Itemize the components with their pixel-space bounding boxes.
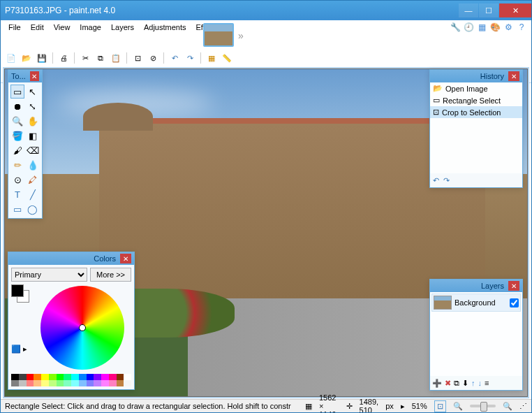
- add-layer-icon[interactable]: ➕: [432, 379, 442, 388]
- palette-swatch[interactable]: [64, 374, 71, 380]
- cut-button[interactable]: ✂: [79, 52, 91, 64]
- palette-swatch[interactable]: [49, 380, 57, 386]
- move-down-icon[interactable]: ↓: [478, 379, 482, 387]
- palette-swatch[interactable]: [109, 380, 117, 386]
- colors-panel-icon[interactable]: 🎨: [489, 22, 501, 33]
- undo-button[interactable]: ↶: [168, 52, 181, 64]
- palette-swatch[interactable]: [87, 380, 94, 386]
- menu-image[interactable]: Image: [75, 22, 106, 33]
- palette-swatch[interactable]: [19, 380, 27, 386]
- palette-swatch[interactable]: [57, 380, 64, 386]
- history-close-button[interactable]: ✕: [508, 71, 519, 81]
- primary-secondary-swatch[interactable]: [11, 284, 29, 303]
- picker-tool[interactable]: 💧: [26, 158, 40, 172]
- copy-button[interactable]: ⧉: [94, 52, 107, 64]
- lasso-tool[interactable]: ⏺: [10, 99, 24, 113]
- palette-swatch[interactable]: [19, 374, 27, 380]
- bucket-tool[interactable]: 🪣: [10, 129, 24, 143]
- menu-edit[interactable]: Edit: [26, 22, 49, 33]
- palette-swatch[interactable]: [94, 374, 101, 380]
- palette-swatch[interactable]: [71, 374, 79, 380]
- primary-color[interactable]: [11, 284, 24, 297]
- layer-properties-icon[interactable]: ≡: [485, 379, 489, 387]
- tools-close-button[interactable]: ✕: [30, 71, 39, 81]
- add-color-icon[interactable]: 🟦: [11, 345, 21, 354]
- gradient-tool[interactable]: ◧: [26, 129, 40, 143]
- deselect-button[interactable]: ⊘: [147, 52, 159, 64]
- merge-layer-icon[interactable]: ⬇: [462, 379, 468, 388]
- move-up-icon[interactable]: ↑: [471, 379, 475, 387]
- palette-swatch[interactable]: [87, 374, 94, 380]
- pencil-tool[interactable]: ✏: [10, 158, 24, 172]
- document-thumb[interactable]: [203, 23, 234, 47]
- clone-tool[interactable]: ⊙: [10, 173, 24, 187]
- palette-swatch[interactable]: [64, 380, 71, 386]
- text-tool[interactable]: T: [10, 187, 24, 201]
- colors-panel-title[interactable]: Colors ✕: [8, 252, 134, 265]
- eraser-tool[interactable]: ⌫: [26, 143, 40, 157]
- open-button[interactable]: 📂: [20, 52, 33, 64]
- palette-swatch[interactable]: [34, 374, 41, 380]
- redo-button[interactable]: ↷: [184, 52, 196, 64]
- color-wheel[interactable]: [40, 286, 124, 370]
- layer-item[interactable]: Background: [431, 294, 521, 312]
- palette-swatch[interactable]: [124, 380, 131, 386]
- close-button[interactable]: ✕: [499, 3, 531, 17]
- palette-swatch[interactable]: [101, 374, 109, 380]
- palette-swatch[interactable]: [41, 374, 49, 380]
- palette-swatch[interactable]: [57, 374, 64, 380]
- layers-panel-icon[interactable]: ▦: [476, 22, 487, 33]
- brush-tool[interactable]: 🖌: [10, 143, 24, 157]
- palette-swatch[interactable]: [101, 380, 109, 386]
- palette-swatch[interactable]: [11, 374, 19, 380]
- pan-tool[interactable]: ✋: [26, 114, 40, 128]
- maximize-button[interactable]: ☐: [479, 3, 498, 17]
- thumb-overflow-icon[interactable]: »: [238, 30, 248, 40]
- zoom-in-icon[interactable]: 🔍: [503, 402, 512, 411]
- shapes-tool[interactable]: ◯: [26, 202, 40, 216]
- line-tool[interactable]: ╱: [26, 187, 40, 201]
- history-item[interactable]: ▭Rectangle Select: [430, 94, 522, 106]
- palette-swatch[interactable]: [124, 374, 131, 380]
- palette-swatch[interactable]: [79, 380, 87, 386]
- redo-icon[interactable]: ↷: [443, 176, 450, 185]
- menu-adjustments[interactable]: Adjustments: [139, 22, 191, 33]
- ruler-button[interactable]: 📏: [221, 52, 233, 64]
- print-button[interactable]: 🖨: [57, 52, 70, 64]
- colors-close-button[interactable]: ✕: [120, 254, 131, 263]
- crop-button[interactable]: ⊡: [131, 52, 144, 64]
- move-tool[interactable]: ↖: [26, 85, 40, 99]
- palette-swatch[interactable]: [27, 374, 34, 380]
- paste-button[interactable]: 📋: [110, 52, 122, 64]
- palette-swatch[interactable]: [94, 380, 101, 386]
- zoom-tool[interactable]: 🔍: [10, 114, 24, 128]
- palette-swatch[interactable]: [109, 374, 117, 380]
- tools-panel-icon[interactable]: 🔧: [450, 22, 461, 33]
- tools-panel-title[interactable]: To... ✕: [8, 70, 42, 82]
- layer-visible-checkbox[interactable]: [510, 298, 519, 307]
- delete-layer-icon[interactable]: ✖: [445, 379, 451, 388]
- palette-swatch[interactable]: [79, 374, 87, 380]
- menu-file[interactable]: File: [3, 22, 26, 33]
- history-panel-icon[interactable]: 🕘: [463, 22, 474, 33]
- palette-swatch[interactable]: [11, 380, 19, 386]
- layers-close-button[interactable]: ✕: [508, 281, 519, 291]
- move-selection-tool[interactable]: ⤡: [26, 99, 40, 113]
- duplicate-layer-icon[interactable]: ⧉: [454, 379, 459, 388]
- zoom-slider[interactable]: [470, 405, 496, 407]
- zoom-fit-icon[interactable]: ⊡: [434, 400, 446, 412]
- status-unit[interactable]: px: [385, 402, 394, 410]
- palette-swatch[interactable]: [27, 380, 34, 386]
- palette-swatch[interactable]: [117, 374, 124, 380]
- history-item[interactable]: 📂Open Image: [430, 82, 522, 94]
- new-button[interactable]: 📄: [5, 52, 17, 64]
- grid-button[interactable]: ▦: [205, 52, 218, 64]
- palette-swatch[interactable]: [117, 380, 124, 386]
- menu-view[interactable]: View: [49, 22, 75, 33]
- undo-icon[interactable]: ↶: [433, 176, 439, 185]
- history-item[interactable]: ⊡Crop to Selection: [430, 106, 522, 118]
- recolor-tool[interactable]: 🖍: [26, 173, 40, 187]
- save-button[interactable]: 💾: [36, 52, 48, 64]
- palette-swatch[interactable]: [71, 380, 79, 386]
- menu-layers[interactable]: Layers: [106, 22, 139, 33]
